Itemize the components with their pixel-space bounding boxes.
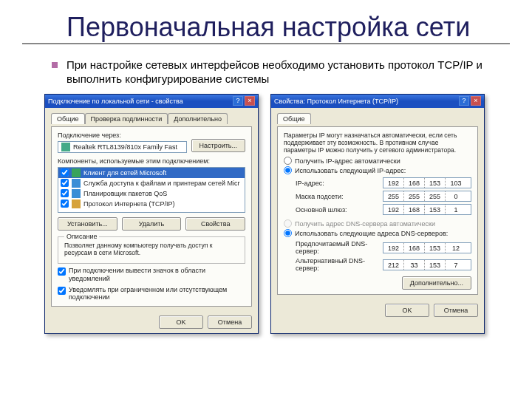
item-label: Протокол Интернета (TCP/IP) xyxy=(83,200,175,208)
radio-manual-ip-label: Использовать следующий IP-адрес: xyxy=(295,167,406,174)
protocol-icon xyxy=(72,200,81,208)
close-button[interactable]: × xyxy=(245,96,255,106)
tray-icon-checkbox[interactable] xyxy=(58,267,66,276)
bullet-text: При настройке сетевых интерфейсов необхо… xyxy=(66,58,510,86)
advanced-button[interactable]: Дополнительно... xyxy=(402,276,471,290)
mask-input[interactable]: 255 255 255 0 xyxy=(383,191,471,202)
window-tcpip-properties: Свойства: Протокол Интернета (TCP/IP) ? … xyxy=(270,94,485,334)
ok-button[interactable]: OK xyxy=(159,316,203,329)
mask-label: Маска подсети: xyxy=(296,193,377,200)
dns2-label: Альтернативный DNS-сервер: xyxy=(296,257,377,272)
tray-icon-label: При подключении вывести значок в области… xyxy=(69,267,245,283)
ip-input[interactable]: 192 168 153 103 xyxy=(383,177,471,188)
window-title: Подключение по локальной сети - свойства xyxy=(48,98,231,105)
octet[interactable]: 0 xyxy=(446,191,466,201)
item-checkbox[interactable] xyxy=(61,179,69,187)
nic-icon xyxy=(61,143,70,151)
components-list[interactable]: Клиент для сетей Microsoft Служба доступ… xyxy=(58,167,245,213)
radio-manual-ip[interactable] xyxy=(284,166,292,174)
radio-auto-dns-label: Получить адрес DNS-сервера автоматически xyxy=(295,220,435,228)
description-caption: Описание xyxy=(64,233,99,240)
cancel-button[interactable]: Отмена xyxy=(434,304,478,317)
notify-limited-checkbox[interactable] xyxy=(58,287,66,295)
list-item[interactable]: Служба доступа к файлам и принтерам сете… xyxy=(58,178,245,188)
service-icon xyxy=(72,179,81,188)
octet[interactable]: 168 xyxy=(404,243,425,253)
octet[interactable]: 255 xyxy=(425,191,446,201)
ip-label: IP-адрес: xyxy=(296,180,377,187)
gateway-input[interactable]: 192 168 153 1 xyxy=(383,204,471,215)
tab-general[interactable]: Общие xyxy=(51,113,85,124)
octet[interactable]: 192 xyxy=(383,178,404,188)
octet[interactable]: 1 xyxy=(446,205,466,214)
octet[interactable]: 192 xyxy=(383,243,404,253)
install-button[interactable]: Установить... xyxy=(58,217,117,231)
octet[interactable]: 168 xyxy=(404,205,425,214)
tcpip-note: Параметры IP могут назначаться автоматич… xyxy=(284,132,471,154)
properties-button[interactable]: Свойства xyxy=(185,217,245,231)
slide-title: Первоначальная настройка сети xyxy=(22,13,510,44)
radio-manual-dns-label: Использовать следующие адреса DNS-сервер… xyxy=(295,230,448,237)
octet[interactable]: 153 xyxy=(425,243,446,253)
item-label: Планировщик пакетов QoS xyxy=(83,190,167,197)
octet[interactable]: 168 xyxy=(404,178,425,188)
item-checkbox[interactable] xyxy=(61,200,69,208)
cancel-button[interactable]: Отмена xyxy=(208,316,252,329)
item-checkbox[interactable] xyxy=(61,189,69,197)
octet[interactable]: 255 xyxy=(404,191,425,201)
octet[interactable]: 192 xyxy=(383,205,404,214)
tab-advanced[interactable]: Дополнительно xyxy=(168,113,228,124)
list-item[interactable]: Протокол Интернета (TCP/IP) xyxy=(58,199,245,209)
tab-general[interactable]: Общие xyxy=(277,113,311,124)
dns1-input[interactable]: 192 168 153 12 xyxy=(383,242,471,253)
window-lan-properties: Подключение по локальной сети - свойства… xyxy=(44,94,259,334)
components-label: Компоненты, используемые этим подключени… xyxy=(58,157,245,165)
adapter-name: Realtek RTL8139/810x Family Fast xyxy=(73,143,185,151)
close-button[interactable]: × xyxy=(471,96,481,106)
client-icon xyxy=(72,168,81,177)
configure-button[interactable]: Настроить... xyxy=(191,139,245,152)
octet[interactable]: 212 xyxy=(383,260,404,270)
list-item[interactable]: Клиент для сетей Microsoft xyxy=(58,168,245,178)
ok-button[interactable]: OK xyxy=(385,304,429,317)
octet[interactable]: 153 xyxy=(425,205,446,214)
radio-auto-dns xyxy=(284,219,292,228)
remove-button[interactable]: Удалить xyxy=(122,217,182,231)
octet[interactable]: 7 xyxy=(446,260,466,270)
octet[interactable]: 153 xyxy=(425,178,446,188)
item-label: Клиент для сетей Microsoft xyxy=(83,169,166,177)
help-button[interactable]: ? xyxy=(459,96,469,106)
dns2-input[interactable]: 212 33 153 7 xyxy=(383,259,471,270)
octet[interactable]: 12 xyxy=(446,243,466,253)
bullet-icon xyxy=(52,62,58,68)
octet[interactable]: 33 xyxy=(404,260,425,270)
window-title: Свойства: Протокол Интернета (TCP/IP) xyxy=(274,98,457,105)
octet[interactable]: 153 xyxy=(425,260,446,270)
item-label: Служба доступа к файлам и принтерам сете… xyxy=(83,180,240,187)
service-icon xyxy=(72,189,81,198)
radio-auto-ip[interactable] xyxy=(284,157,292,165)
help-button[interactable]: ? xyxy=(233,96,243,106)
octet[interactable]: 103 xyxy=(446,178,466,188)
dns1-label: Предпочитаемый DNS-сервер: xyxy=(296,240,377,255)
connect-via-label: Подключение через: xyxy=(58,132,245,139)
octet[interactable]: 255 xyxy=(383,191,404,201)
description-text: Позволяет данному компьютеру получать до… xyxy=(64,242,239,257)
radio-manual-dns[interactable] xyxy=(284,229,292,237)
item-checkbox[interactable] xyxy=(61,168,69,177)
radio-auto-ip-label: Получить IP-адрес автоматически xyxy=(295,157,400,165)
gateway-label: Основной шлюз: xyxy=(296,206,377,214)
list-item[interactable]: Планировщик пакетов QoS xyxy=(58,188,245,199)
notify-limited-label: Уведомлять при ограниченном или отсутств… xyxy=(69,286,245,302)
tab-auth[interactable]: Проверка подлинности xyxy=(85,113,168,124)
